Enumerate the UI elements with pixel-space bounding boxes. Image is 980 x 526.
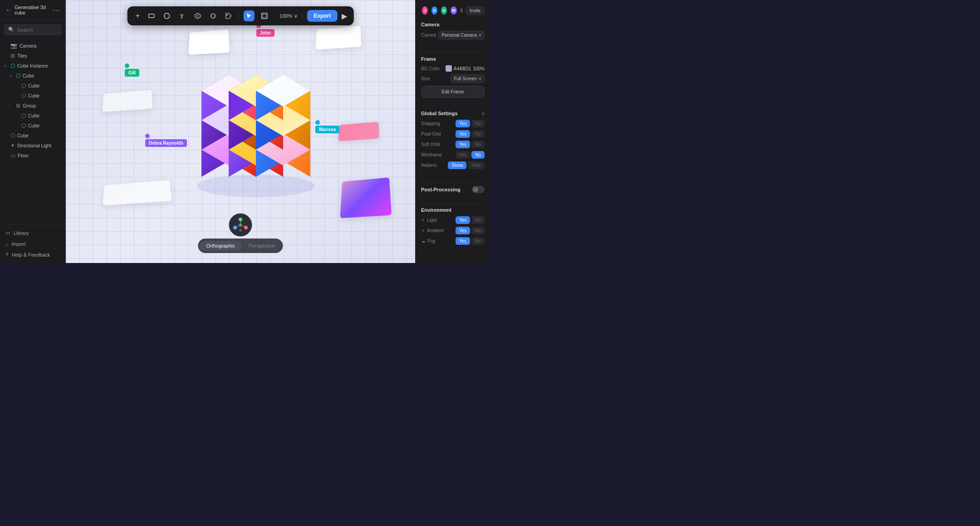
bg-color-control[interactable]: A4ABD1 100% [446,65,485,72]
light-yes[interactable]: Yes [456,216,470,224]
tree-item-light[interactable]: ✦ Directional Light [0,141,65,151]
snapping-toggle: Yes No [456,120,485,127]
search-icon: 🔍 [8,27,15,33]
rectangle-tool[interactable] [146,10,157,21]
snapping-row: Snapping Yes No [421,120,485,127]
select-tool[interactable] [244,10,255,21]
tree-item-cube-child1[interactable]: ⬡ Cube [0,81,65,91]
ambient-no[interactable]: No [471,227,485,234]
ambient-icon: ☀ [421,228,425,233]
size-select[interactable]: Full Screen ∨ [451,74,485,83]
tree-item-cube-instance[interactable]: ∨ ⬡ Cube Instance [0,61,65,71]
invite-button[interactable]: Invite [466,6,485,15]
svg-text:T: T [180,13,184,19]
menu-button[interactable]: ⋯ [53,6,60,15]
orientation-widget[interactable] [229,213,252,237]
cursor-label: Debra Raynolds [145,139,187,147]
help-icon: ? [5,252,8,258]
light-row: ☀ Light Yes No [421,216,485,224]
add-button[interactable]: + [134,10,142,22]
pixel-grid-toggle: Yes No [456,130,485,138]
text-tool[interactable]: T [177,10,188,21]
collapse-icon: ∨ [481,111,485,116]
light-no[interactable]: No [471,216,485,224]
cube-icon: ⬡ [10,132,15,139]
right-panel: J D G M 5 Invite Camera Current Personal… [415,0,490,263]
perspective-btn[interactable]: Perspective [242,241,281,251]
edit-frame-button[interactable]: Edit Frame [421,86,485,98]
import-item[interactable]: ↓ Import [0,239,65,249]
ellipse-tool[interactable] [162,10,172,21]
fog-yes[interactable]: Yes [456,237,470,245]
library-item[interactable]: ▭ Library [0,227,65,239]
tree-item-tiles[interactable]: › ⊞ Tiles [0,51,65,61]
svg-rect-0 [149,14,154,18]
tile-white-bottomleft [103,180,172,205]
svg-point-5 [227,15,228,16]
cursor-label: John [256,29,274,37]
camera-icon: 📷 [10,43,17,49]
global-settings-section: Global Settings ∨ Snapping Yes No Pixel … [421,111,485,172]
tree-item-cube-child2[interactable]: ⬡ Cube [0,91,65,101]
play-button[interactable]: ▶ [342,12,347,20]
canvas-scene[interactable]: John Gill Marissa Debra Raynolds [66,0,415,263]
search-bar[interactable]: 🔍 [4,24,62,35]
library-icon: ▭ [5,230,10,236]
zoom-control[interactable]: 100% ∨ [279,13,298,19]
post-processing-toggle[interactable] [472,186,485,193]
back-button[interactable]: ← [5,6,12,14]
helpers-show[interactable]: Show [448,161,466,169]
snapping-yes[interactable]: Yes [456,120,470,127]
avatar-m: M [450,5,457,15]
wireframe-row: Wireframe Yes No [421,151,485,159]
orthographic-btn[interactable]: Orthographic [200,241,241,251]
fog-no[interactable]: No [471,237,485,245]
size-label: Size [421,76,430,81]
global-settings-title: Global Settings ∨ [421,111,485,116]
tree-item-camera[interactable]: 📷 Camera [0,41,65,51]
sidebar-footer: ▭ Library ↓ Import ? Help & Feedback [0,224,65,263]
soft-orbit-yes[interactable]: Yes [456,141,470,148]
soft-orbit-toggle: Yes No [456,141,485,148]
cube-tool[interactable] [192,10,203,21]
view-toggle: Orthographic Perspective [198,239,283,253]
wireframe-yes[interactable]: Yes [456,151,470,159]
fog-label: Fog [427,239,435,244]
pixel-grid-no[interactable]: No [471,130,485,138]
tree-item-cube-standalone[interactable]: ⬡ Cube [0,131,65,141]
helpers-hide[interactable]: Hide [468,161,485,169]
snapping-no[interactable]: No [471,120,485,127]
tree-item-floor[interactable]: ▭ Floor [0,151,65,161]
camera-select[interactable]: Personal Camera ∨ [438,31,485,39]
light-label: Light [427,218,437,223]
zoom-value: 100% [279,13,292,19]
color-hex: A4ABD1 [454,66,471,71]
cursor-john: John [256,24,274,37]
toolbar-divider-3 [302,11,303,20]
help-item[interactable]: ? Help & Feedback [0,249,65,260]
pixel-grid-row: Pixel Grid Yes No [421,130,485,138]
divider-3 [421,203,485,204]
color-swatch[interactable] [446,65,452,72]
search-input[interactable] [17,27,57,33]
tile-white-mid [103,90,153,112]
tree-item-cube-main[interactable]: ∨ ⬡ Cube [0,71,65,81]
cube-icon: ⬡ [21,122,26,129]
divider-2 [421,182,485,182]
fog-icon: ☁ [421,239,426,244]
soft-orbit-no[interactable]: No [471,141,485,148]
light-label-row: ☀ Light [421,218,437,223]
export-button[interactable]: Export [307,10,337,22]
frame-tool[interactable] [259,10,270,21]
tree-item-group[interactable]: › ⊞ Group [0,101,65,111]
import-icon: ↓ [5,241,8,247]
ambient-yes[interactable]: Yes [456,227,470,234]
wireframe-no[interactable]: No [471,151,485,159]
pixel-grid-yes[interactable]: Yes [456,130,470,138]
circle-tool[interactable] [208,10,219,21]
tag-tool[interactable] [223,10,234,21]
tree-item-cube-child3[interactable]: ⬡ Cube [0,111,65,121]
avatar-g: G [440,5,448,15]
tree-item-cube-child4[interactable]: ⬡ Cube [0,121,65,131]
canvas-area: + T [66,0,415,263]
